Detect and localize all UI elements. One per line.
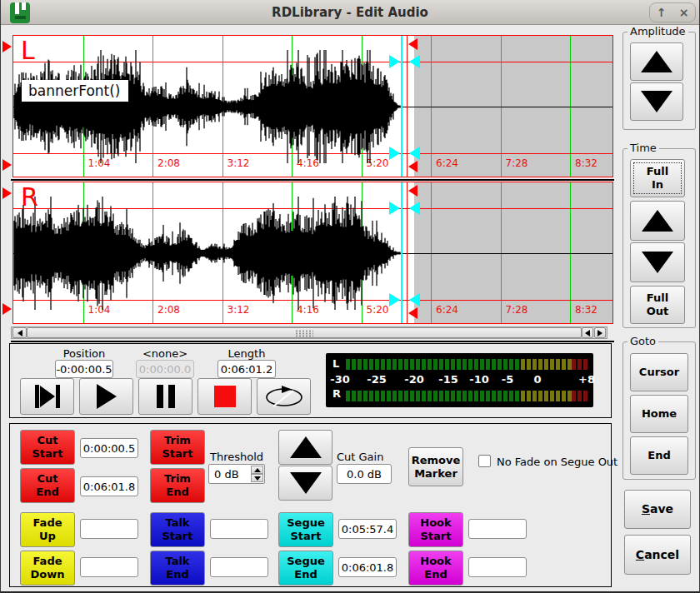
position-field[interactable]: -0:00:00.5: [55, 360, 113, 378]
segue-end-marker-icon[interactable]: [409, 202, 420, 215]
hook-start-button[interactable]: Hook Start: [408, 512, 463, 547]
scroll-left-button-2[interactable]: [582, 327, 593, 338]
fade-up-button[interactable]: Fade Up: [20, 512, 75, 547]
segue-end-button[interactable]: Segue End: [278, 551, 333, 586]
cancel-button[interactable]: Cancel: [624, 535, 691, 575]
cut-gain-field[interactable]: 0.0 dB: [337, 464, 392, 484]
segue-start-line[interactable]: [401, 36, 402, 177]
goto-end-button[interactable]: End: [630, 436, 688, 475]
play-icon: [40, 386, 55, 407]
threshold-spinbox[interactable]: 0 dB: [208, 464, 265, 484]
time-ruler-label: 6:24: [436, 157, 458, 169]
talk-start-button[interactable]: Talk Start: [150, 512, 205, 547]
talk-start-field[interactable]: [210, 519, 268, 539]
pause-bar-icon: [168, 385, 175, 408]
goto-home-button[interactable]: Home: [630, 395, 688, 433]
meter-right-bar: [346, 391, 588, 401]
trim-end-button[interactable]: Trim End: [150, 468, 205, 503]
right-arrow-icon: [598, 330, 602, 336]
trim-start-button[interactable]: Trim Start: [150, 430, 205, 465]
time-full-in-button[interactable]: Full In: [630, 159, 685, 197]
titlebar[interactable]: RDLibrary - Edit Audio ↑ ×: [1, 0, 699, 25]
cut-end-marker-icon[interactable]: [408, 161, 418, 172]
fade-up-field[interactable]: [80, 519, 138, 539]
cut-start-marker-icon[interactable]: [2, 187, 12, 199]
segue-start-marker-icon[interactable]: [389, 55, 400, 68]
loop-icon: [263, 384, 305, 409]
goto-group-label: Goto: [628, 335, 658, 347]
segue-end-marker-icon[interactable]: [409, 147, 420, 160]
spin-up-button[interactable]: [251, 466, 263, 474]
segue-end-field[interactable]: 0:06:01.8: [338, 557, 397, 577]
close-button[interactable]: ×: [679, 7, 689, 18]
cut-end-line[interactable]: [407, 182, 408, 323]
meter-scale-label: -25: [367, 373, 387, 386]
goto-cursor-button[interactable]: Cursor: [630, 353, 688, 391]
cut-end-field[interactable]: 0:06:01.8: [80, 476, 138, 496]
spin-down-button[interactable]: [251, 474, 263, 482]
no-fade-label: No Fade on Segue Out: [497, 456, 618, 468]
maximize-button[interactable]: ↑: [657, 7, 667, 18]
segue-end-marker-icon[interactable]: [409, 55, 420, 68]
cut-start-marker-icon[interactable]: [2, 159, 12, 171]
time-zoom-out-button[interactable]: [630, 242, 685, 282]
transport-panel: Position <none> Length -0:00:00.5 0:00:0…: [9, 343, 612, 418]
fade-down-field[interactable]: [80, 557, 138, 577]
cut-start-marker-icon[interactable]: [2, 41, 12, 52]
play-from-start-button[interactable]: [20, 378, 74, 415]
talk-end-field[interactable]: [210, 557, 268, 577]
cut-end-line[interactable]: [407, 36, 408, 177]
stop-button[interactable]: [198, 378, 252, 415]
waveform-left-channel[interactable]: L bannerFont() 1:042:083:124:165:206:247…: [12, 35, 613, 177]
time-full-out-button[interactable]: Full Out: [630, 286, 685, 324]
segue-start-line[interactable]: [401, 182, 402, 323]
waveform-right-channel[interactable]: R 1:042:083:124:165:206:247:288:32: [12, 182, 613, 324]
length-field[interactable]: 0:06:01.2: [218, 360, 276, 378]
cut-start-marker-icon[interactable]: [2, 303, 12, 315]
loop-button[interactable]: [257, 378, 311, 415]
time-ruler-label: 6:24: [436, 304, 458, 316]
segue-start-field[interactable]: 0:05:57.4: [338, 519, 397, 539]
remove-marker-button[interactable]: Remove Marker: [408, 447, 463, 486]
segue-start-marker-icon[interactable]: [389, 147, 400, 160]
cut-end-marker-icon[interactable]: [408, 307, 418, 319]
no-fade-checkbox[interactable]: [478, 455, 491, 467]
cut-start-field[interactable]: 0:00:00.5: [80, 438, 138, 458]
segue-start-marker-icon[interactable]: [389, 293, 400, 306]
waveform-scrollbar[interactable]: [11, 326, 608, 339]
scroll-right-button[interactable]: [594, 327, 606, 338]
segue-end-marker-icon[interactable]: [409, 293, 420, 306]
cut-end-marker-icon[interactable]: [408, 38, 418, 50]
marker-field: 0:00:00.0: [136, 360, 194, 378]
meter-scale-label: -20: [404, 373, 424, 386]
talk-end-button[interactable]: Talk End: [150, 551, 205, 586]
marker-name-label: <none>: [119, 347, 211, 360]
hook-end-field[interactable]: [468, 557, 527, 577]
cut-end-marker-icon[interactable]: [408, 185, 418, 197]
hook-end-button[interactable]: Hook End: [408, 551, 463, 586]
amplitude-up-button[interactable]: [630, 42, 683, 81]
cut-start-button[interactable]: Cut Start: [20, 430, 75, 465]
scrollbar-grip: [295, 330, 313, 337]
play-button[interactable]: [79, 378, 133, 415]
cut-end-button[interactable]: Cut End: [20, 468, 75, 503]
scrollbar-thumb[interactable]: [27, 327, 582, 338]
fade-down-button[interactable]: Fade Down: [20, 551, 75, 586]
waveform-plot: [13, 36, 402, 177]
channel-separator: [11, 179, 614, 181]
goto-group: Goto Cursor Home End: [622, 341, 696, 480]
gain-up-button[interactable]: [278, 430, 332, 465]
hook-start-field[interactable]: [468, 519, 527, 539]
scroll-left-button[interactable]: [12, 327, 27, 338]
segue-start-marker-icon[interactable]: [389, 202, 400, 215]
save-button[interactable]: Save: [624, 490, 691, 529]
time-zoom-in-button[interactable]: [630, 201, 685, 241]
segue-start-button[interactable]: Segue Start: [278, 512, 333, 547]
position-label: Position: [38, 347, 130, 360]
left-arrow-icon: [585, 330, 590, 336]
amplitude-down-button[interactable]: [630, 82, 683, 121]
window-controls: ↑ ×: [649, 2, 696, 22]
pause-button[interactable]: [138, 378, 192, 415]
gain-down-button[interactable]: [278, 466, 332, 501]
meter-scale-label: 0: [533, 373, 541, 386]
